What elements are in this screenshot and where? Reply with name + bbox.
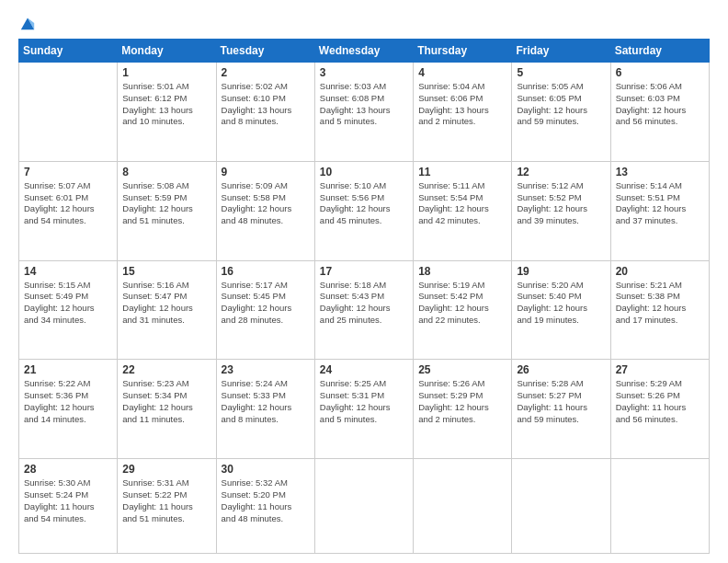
day-cell: 12Sunrise: 5:12 AMSunset: 5:52 PMDayligh… xyxy=(512,161,610,260)
day-cell: 27Sunrise: 5:29 AMSunset: 5:26 PMDayligh… xyxy=(610,360,709,459)
day-number: 3 xyxy=(320,66,408,79)
day-number: 14 xyxy=(24,265,112,278)
day-cell: 6Sunrise: 5:06 AMSunset: 6:03 PMDaylight… xyxy=(610,63,709,162)
col-header-monday: Monday xyxy=(118,40,216,63)
day-number: 30 xyxy=(222,463,310,476)
day-info: Sunrise: 5:25 AMSunset: 5:31 PMDaylight:… xyxy=(320,378,408,425)
day-number: 20 xyxy=(616,265,704,278)
day-cell: 9Sunrise: 5:09 AMSunset: 5:58 PMDaylight… xyxy=(216,161,314,260)
day-info: Sunrise: 5:22 AMSunset: 5:36 PMDaylight:… xyxy=(24,378,112,425)
col-header-saturday: Saturday xyxy=(610,40,709,63)
day-cell: 4Sunrise: 5:04 AMSunset: 6:06 PMDaylight… xyxy=(414,63,512,162)
day-info: Sunrise: 5:09 AMSunset: 5:58 PMDaylight:… xyxy=(222,180,310,227)
page: SundayMondayTuesdayWednesdayThursdayFrid… xyxy=(0,0,728,563)
day-cell: 7Sunrise: 5:07 AMSunset: 6:01 PMDaylight… xyxy=(19,161,118,260)
day-number: 10 xyxy=(320,166,408,178)
day-info: Sunrise: 5:24 AMSunset: 5:33 PMDaylight:… xyxy=(222,378,310,425)
day-info: Sunrise: 5:05 AMSunset: 6:05 PMDaylight:… xyxy=(517,81,605,128)
day-info: Sunrise: 5:16 AMSunset: 5:47 PMDaylight:… xyxy=(122,280,210,327)
day-number: 6 xyxy=(616,66,704,79)
day-cell: 21Sunrise: 5:22 AMSunset: 5:36 PMDayligh… xyxy=(19,360,118,459)
day-number: 7 xyxy=(24,166,112,178)
day-info: Sunrise: 5:01 AMSunset: 6:12 PMDaylight:… xyxy=(122,81,210,128)
day-cell: 8Sunrise: 5:08 AMSunset: 5:59 PMDaylight… xyxy=(118,161,216,260)
day-info: Sunrise: 5:21 AMSunset: 5:38 PMDaylight:… xyxy=(616,280,704,327)
day-number: 18 xyxy=(418,265,506,278)
day-cell: 25Sunrise: 5:26 AMSunset: 5:29 PMDayligh… xyxy=(414,360,512,459)
day-cell: 1Sunrise: 5:01 AMSunset: 6:12 PMDaylight… xyxy=(118,63,216,162)
col-header-tuesday: Tuesday xyxy=(216,40,314,63)
day-info: Sunrise: 5:19 AMSunset: 5:42 PMDaylight:… xyxy=(418,280,506,327)
day-cell: 5Sunrise: 5:05 AMSunset: 6:05 PMDaylight… xyxy=(512,63,610,162)
header xyxy=(18,15,710,31)
day-cell xyxy=(610,459,709,554)
day-cell: 20Sunrise: 5:21 AMSunset: 5:38 PMDayligh… xyxy=(610,260,709,360)
day-info: Sunrise: 5:08 AMSunset: 5:59 PMDaylight:… xyxy=(122,180,210,227)
day-cell: 11Sunrise: 5:11 AMSunset: 5:54 PMDayligh… xyxy=(414,161,512,260)
day-info: Sunrise: 5:23 AMSunset: 5:34 PMDaylight:… xyxy=(122,378,210,425)
day-number: 16 xyxy=(222,265,310,278)
day-number: 24 xyxy=(320,363,408,376)
day-number: 1 xyxy=(122,66,210,79)
day-number: 17 xyxy=(320,265,408,278)
day-cell: 13Sunrise: 5:14 AMSunset: 5:51 PMDayligh… xyxy=(610,161,709,260)
day-number: 13 xyxy=(616,166,704,178)
day-cell xyxy=(512,459,610,554)
day-number: 28 xyxy=(24,463,112,476)
day-cell: 14Sunrise: 5:15 AMSunset: 5:49 PMDayligh… xyxy=(19,260,118,360)
day-cell: 24Sunrise: 5:25 AMSunset: 5:31 PMDayligh… xyxy=(314,360,413,459)
day-info: Sunrise: 5:32 AMSunset: 5:20 PMDaylight:… xyxy=(222,477,310,524)
day-number: 22 xyxy=(122,363,210,376)
day-number: 11 xyxy=(418,166,506,178)
day-info: Sunrise: 5:03 AMSunset: 6:08 PMDaylight:… xyxy=(320,81,408,128)
day-info: Sunrise: 5:12 AMSunset: 5:52 PMDaylight:… xyxy=(517,180,605,227)
day-info: Sunrise: 5:18 AMSunset: 5:43 PMDaylight:… xyxy=(320,280,408,327)
day-info: Sunrise: 5:30 AMSunset: 5:24 PMDaylight:… xyxy=(24,477,112,524)
week-row-1: 1Sunrise: 5:01 AMSunset: 6:12 PMDaylight… xyxy=(19,63,710,162)
day-cell: 10Sunrise: 5:10 AMSunset: 5:56 PMDayligh… xyxy=(314,161,413,260)
day-cell: 23Sunrise: 5:24 AMSunset: 5:33 PMDayligh… xyxy=(216,360,314,459)
day-cell: 28Sunrise: 5:30 AMSunset: 5:24 PMDayligh… xyxy=(19,459,118,554)
logo-icon xyxy=(19,15,36,31)
day-number: 5 xyxy=(517,66,605,79)
day-cell: 19Sunrise: 5:20 AMSunset: 5:40 PMDayligh… xyxy=(512,260,610,360)
day-number: 27 xyxy=(616,363,704,376)
day-info: Sunrise: 5:02 AMSunset: 6:10 PMDaylight:… xyxy=(222,81,310,128)
day-cell: 16Sunrise: 5:17 AMSunset: 5:45 PMDayligh… xyxy=(216,260,314,360)
header-row: SundayMondayTuesdayWednesdayThursdayFrid… xyxy=(19,40,710,63)
day-cell: 29Sunrise: 5:31 AMSunset: 5:22 PMDayligh… xyxy=(118,459,216,554)
day-info: Sunrise: 5:11 AMSunset: 5:54 PMDaylight:… xyxy=(418,180,506,227)
day-number: 23 xyxy=(222,363,310,376)
day-cell: 18Sunrise: 5:19 AMSunset: 5:42 PMDayligh… xyxy=(414,260,512,360)
day-number: 21 xyxy=(24,363,112,376)
day-number: 12 xyxy=(517,166,605,178)
day-info: Sunrise: 5:26 AMSunset: 5:29 PMDaylight:… xyxy=(418,378,506,425)
day-number: 29 xyxy=(122,463,210,476)
day-number: 9 xyxy=(222,166,310,178)
day-cell xyxy=(314,459,413,554)
day-number: 2 xyxy=(222,66,310,79)
day-cell xyxy=(19,63,118,162)
week-row-5: 28Sunrise: 5:30 AMSunset: 5:24 PMDayligh… xyxy=(19,459,710,554)
col-header-wednesday: Wednesday xyxy=(314,40,413,63)
day-number: 4 xyxy=(418,66,506,79)
col-header-sunday: Sunday xyxy=(19,40,118,63)
day-number: 8 xyxy=(122,166,210,178)
day-info: Sunrise: 5:29 AMSunset: 5:26 PMDaylight:… xyxy=(616,378,704,425)
week-row-4: 21Sunrise: 5:22 AMSunset: 5:36 PMDayligh… xyxy=(19,360,710,459)
day-number: 26 xyxy=(517,363,605,376)
logo xyxy=(18,15,36,31)
day-info: Sunrise: 5:17 AMSunset: 5:45 PMDaylight:… xyxy=(222,280,310,327)
day-cell: 2Sunrise: 5:02 AMSunset: 6:10 PMDaylight… xyxy=(216,63,314,162)
day-info: Sunrise: 5:31 AMSunset: 5:22 PMDaylight:… xyxy=(122,477,210,524)
calendar: SundayMondayTuesdayWednesdayThursdayFrid… xyxy=(18,39,710,554)
day-cell: 15Sunrise: 5:16 AMSunset: 5:47 PMDayligh… xyxy=(118,260,216,360)
day-info: Sunrise: 5:10 AMSunset: 5:56 PMDaylight:… xyxy=(320,180,408,227)
week-row-3: 14Sunrise: 5:15 AMSunset: 5:49 PMDayligh… xyxy=(19,260,710,360)
day-cell: 26Sunrise: 5:28 AMSunset: 5:27 PMDayligh… xyxy=(512,360,610,459)
day-info: Sunrise: 5:14 AMSunset: 5:51 PMDaylight:… xyxy=(616,180,704,227)
day-cell: 30Sunrise: 5:32 AMSunset: 5:20 PMDayligh… xyxy=(216,459,314,554)
day-info: Sunrise: 5:07 AMSunset: 6:01 PMDaylight:… xyxy=(24,180,112,227)
day-number: 19 xyxy=(517,265,605,278)
day-cell: 22Sunrise: 5:23 AMSunset: 5:34 PMDayligh… xyxy=(118,360,216,459)
